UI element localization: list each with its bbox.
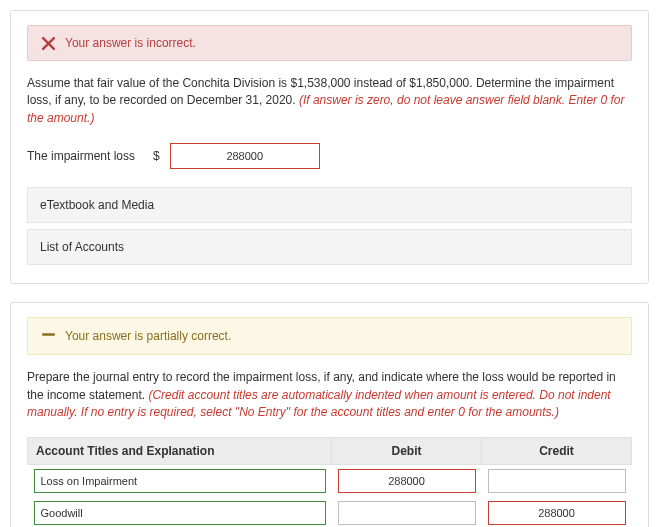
question-text-2: Prepare the journal entry to record the … (27, 369, 632, 421)
impairment-input[interactable] (170, 143, 320, 169)
alert-text: Your answer is incorrect. (65, 36, 196, 50)
list-of-accounts-bar[interactable]: List of Accounts (27, 229, 632, 265)
table-row (28, 465, 632, 498)
th-debit: Debit (332, 438, 482, 465)
alert-partial: Your answer is partially correct. (27, 317, 632, 355)
th-account: Account Titles and Explanation (28, 438, 332, 465)
debit-input[interactable] (338, 501, 476, 525)
journal-entry-table: Account Titles and Explanation Debit Cre… (27, 437, 632, 527)
credit-input[interactable] (488, 501, 626, 525)
debit-input[interactable] (338, 469, 476, 493)
th-credit: Credit (482, 438, 632, 465)
question-panel-2: Your answer is partially correct. Prepar… (10, 302, 649, 527)
impairment-row: The impairment loss $ (27, 143, 632, 169)
minus-icon (42, 328, 55, 344)
impairment-label: The impairment loss (27, 149, 135, 163)
alert-text: Your answer is partially correct. (65, 329, 231, 343)
question-text-1: Assume that fair value of the Conchita D… (27, 75, 632, 127)
dollar-sign: $ (153, 149, 160, 163)
credit-input[interactable] (488, 469, 626, 493)
x-icon (42, 37, 55, 50)
account-input[interactable] (34, 501, 326, 525)
etextbook-bar[interactable]: eTextbook and Media (27, 187, 632, 223)
account-input[interactable] (34, 469, 326, 493)
table-row (28, 497, 632, 527)
alert-incorrect: Your answer is incorrect. (27, 25, 632, 61)
question-panel-1: Your answer is incorrect. Assume that fa… (10, 10, 649, 284)
